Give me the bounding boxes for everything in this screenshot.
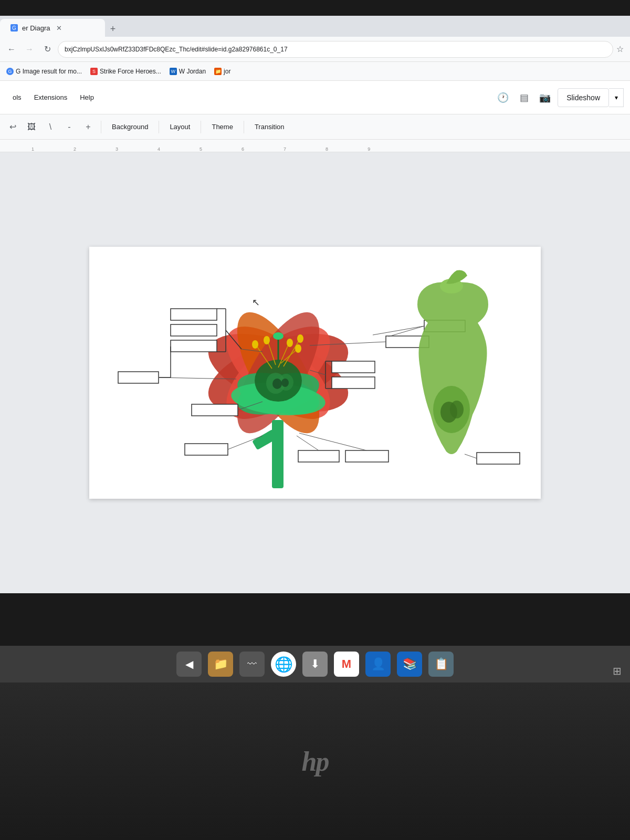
- tab-bar: G er Diagra ✕ +: [0, 16, 630, 37]
- grid-icon[interactable]: ▤: [516, 89, 532, 106]
- theme-button[interactable]: Theme: [205, 119, 239, 135]
- svg-rect-28: [171, 309, 217, 320]
- plus-button[interactable]: +: [80, 119, 97, 135]
- video-camera-icon[interactable]: 📷: [537, 89, 553, 106]
- slides-toolbar: ↩ 🖼 \ - + Background Layout Theme: [0, 114, 630, 140]
- menu-bar: ols Extensions Help: [6, 88, 100, 107]
- minus-button[interactable]: -: [61, 119, 78, 135]
- browser: G er Diagra ✕ + ← → ↻ bxjCzlmpUSxlJs0wRf…: [0, 16, 630, 593]
- bookmark-google-images[interactable]: G G Image result for mo...: [6, 68, 82, 75]
- url-text: bxjCzlmpUSxlJs0wRfZ33D3fFDc8QEzc_Thc/edi…: [65, 46, 288, 53]
- image-button[interactable]: 🖼: [23, 119, 40, 135]
- tab-title: er Diagra: [22, 24, 50, 32]
- download-icon-symbol: ⬇: [310, 657, 320, 671]
- slideshow-label: Slideshow: [566, 93, 600, 102]
- cursor-button[interactable]: \: [42, 119, 59, 135]
- chrome-icon-symbol: 🌐: [275, 656, 293, 673]
- ruler-num-3: 3: [116, 146, 118, 152]
- ruler-num-6: 6: [242, 146, 244, 152]
- svg-rect-55: [298, 450, 339, 462]
- taskbar-back-icon[interactable]: ◀: [176, 652, 202, 677]
- svg-rect-9: [272, 420, 284, 488]
- slideshow-dropdown-button[interactable]: ▾: [609, 88, 624, 107]
- ruler-num-8: 8: [326, 146, 328, 152]
- bookmark-favicon-4: 📁: [214, 68, 222, 75]
- transition-label: Transition: [255, 123, 285, 131]
- menu-item-ols[interactable]: ols: [6, 88, 28, 107]
- bookmarks-bar: G G Image result for mo... S Strike Forc…: [0, 62, 630, 81]
- screen: G er Diagra ✕ + ← → ↻ bxjCzlmpUSxlJs0wRf…: [0, 16, 630, 593]
- svg-point-21: [297, 334, 303, 343]
- ruler-num-9: 9: [368, 146, 370, 152]
- menu-item-extensions[interactable]: Extensions: [28, 88, 74, 107]
- separator-1: [101, 121, 101, 133]
- forward-nav-button[interactable]: →: [22, 42, 37, 57]
- bookmark-favicon-2: S: [90, 68, 98, 75]
- menu-item-help[interactable]: Help: [74, 88, 100, 107]
- svg-rect-29: [171, 324, 217, 336]
- bookmark-label-2: Strike Force Heroes...: [100, 68, 161, 75]
- layout-button[interactable]: Layout: [163, 119, 196, 135]
- tab-favicon: G: [10, 24, 18, 32]
- corner-icon-symbol: ⊞: [613, 665, 622, 677]
- menu-ols-label: ols: [13, 93, 22, 101]
- svg-rect-36: [118, 372, 159, 383]
- undo-button[interactable]: ↩: [4, 119, 21, 135]
- svg-rect-63: [477, 453, 520, 464]
- ruler-num-7: 7: [284, 146, 286, 152]
- bookmark-strike-force[interactable]: S Strike Force Heroes...: [90, 68, 161, 75]
- menu-extensions-label: Extensions: [34, 93, 68, 101]
- svg-rect-42: [185, 444, 228, 455]
- svg-point-62: [450, 401, 464, 418]
- svg-point-14: [272, 379, 282, 389]
- slide-area[interactable]: ↖: [0, 152, 630, 593]
- flower-diagram-svg: [89, 247, 541, 499]
- bookmark-favicon-1: G: [6, 68, 14, 75]
- slide-canvas: ↖: [89, 247, 541, 499]
- slideshow-button[interactable]: Slideshow: [558, 88, 609, 107]
- gmail-icon-symbol: M: [342, 657, 351, 671]
- bookmark-star-icon[interactable]: ☆: [616, 44, 624, 54]
- separator-3: [201, 121, 201, 133]
- taskbar-chrome-icon[interactable]: 🌐: [271, 652, 296, 677]
- background-button[interactable]: Background: [106, 119, 154, 135]
- bookmark-jor[interactable]: 📁 jor: [214, 68, 230, 75]
- hp-logo: hp: [302, 746, 329, 777]
- bookmark-favicon-3: W: [170, 68, 177, 75]
- back-nav-button[interactable]: ←: [4, 42, 19, 57]
- new-tab-button[interactable]: +: [105, 21, 121, 37]
- slides-top-bar: ols Extensions Help 🕐 ▤: [0, 81, 630, 114]
- book-icon-symbol: 📚: [403, 657, 417, 671]
- taskbar-files-icon[interactable]: 📁: [208, 652, 233, 677]
- slides-app: ols Extensions Help 🕐 ▤: [0, 81, 630, 593]
- taskbar-wave-icon[interactable]: 〰: [239, 652, 265, 677]
- svg-point-17: [287, 339, 293, 347]
- bookmark-jordan[interactable]: W W Jordan: [170, 68, 206, 75]
- taskbar-app2-icon[interactable]: 📋: [428, 652, 454, 677]
- taskbar-person-icon[interactable]: 👤: [365, 652, 391, 677]
- laptop-shell: G er Diagra ✕ + ← → ↻ bxjCzlmpUSxlJs0wRf…: [0, 0, 630, 840]
- ruler-num-4: 4: [158, 146, 160, 152]
- hp-logo-text: hp: [302, 747, 329, 776]
- svg-rect-30: [171, 340, 217, 352]
- ruler-num-5: 5: [200, 146, 202, 152]
- refresh-button[interactable]: ↻: [40, 42, 55, 57]
- tab-plus: ✕: [56, 24, 62, 32]
- taskbar-gmail-icon[interactable]: M: [334, 652, 359, 677]
- active-tab[interactable]: G er Diagra ✕: [0, 19, 105, 37]
- svg-point-19: [264, 336, 270, 344]
- files-icon-symbol: 📁: [214, 657, 228, 671]
- taskbar-book-icon[interactable]: 📚: [397, 652, 422, 677]
- history-icon[interactable]: 🕐: [495, 89, 511, 106]
- bookmark-label-1: G Image result for mo...: [16, 68, 82, 75]
- svg-line-57: [297, 436, 319, 450]
- svg-line-58: [299, 433, 366, 450]
- taskbar-download-icon[interactable]: ⬇: [302, 652, 328, 677]
- bookmark-label-4: jor: [224, 68, 230, 75]
- svg-rect-45: [332, 377, 375, 388]
- transition-button[interactable]: Transition: [248, 119, 291, 135]
- app2-icon-symbol: 📋: [434, 657, 448, 671]
- corner-icon[interactable]: ⊞: [613, 665, 622, 677]
- background-label: Background: [112, 123, 148, 131]
- address-field[interactable]: bxjCzlmpUSxlJs0wRfZ33D3fFDc8QEzc_Thc/edi…: [58, 41, 613, 58]
